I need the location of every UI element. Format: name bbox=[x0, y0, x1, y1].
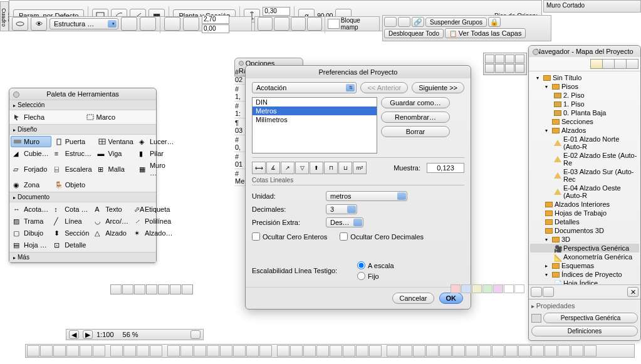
window-tool[interactable]: Ventana bbox=[95, 136, 136, 147]
toolbar-icon[interactable] bbox=[110, 345, 123, 356]
dim-level-icon[interactable]: ▽ bbox=[295, 162, 309, 174]
lock-icon[interactable]: 🔒 bbox=[488, 17, 501, 27]
roof-tool[interactable]: ◢Cubie… bbox=[11, 148, 51, 159]
arrow-tool[interactable]: Flecha bbox=[11, 112, 83, 123]
unit-dropdown[interactable]: metros bbox=[326, 191, 407, 201]
tree-item[interactable]: 1. Piso bbox=[530, 100, 639, 108]
toolbar-icon[interactable] bbox=[330, 345, 342, 356]
wall-end2-icon[interactable] bbox=[274, 17, 289, 31]
tree-sections[interactable]: Secciones bbox=[530, 117, 639, 126]
dim-window-icon[interactable]: ⊔ bbox=[338, 162, 352, 174]
project-map-tab[interactable] bbox=[590, 59, 603, 69]
structure-dropdown[interactable]: Estructura …▾ bbox=[50, 18, 118, 29]
tree-item[interactable]: Detalles bbox=[530, 217, 639, 226]
section-design[interactable]: Diseño bbox=[9, 124, 156, 135]
toolbar-icon[interactable] bbox=[452, 345, 465, 356]
publisher-tab[interactable] bbox=[626, 59, 638, 69]
ok-button[interactable]: OK bbox=[439, 293, 464, 304]
worksheet-tool[interactable]: ▤Hoja … bbox=[11, 239, 51, 251]
zone-tool[interactable]: ◉Zona bbox=[11, 179, 51, 190]
object-tool[interactable]: 🪑Objeto bbox=[52, 179, 95, 190]
tree-item[interactable]: Hojas de Trabajo bbox=[530, 209, 639, 217]
tree-item[interactable]: 📄Hoja Índice bbox=[530, 279, 639, 284]
project-tree[interactable]: ▾Sin Título ▾Pisos 2. Piso 1. Piso 0. Pl… bbox=[529, 71, 640, 284]
toolbar-icon[interactable] bbox=[466, 345, 478, 356]
toolbar-icon[interactable] bbox=[369, 345, 382, 356]
toolbar-icon[interactable] bbox=[571, 345, 583, 356]
layers-icon[interactable] bbox=[384, 17, 397, 27]
tree-floors[interactable]: ▾Pisos bbox=[530, 82, 639, 91]
toolbar-icon[interactable] bbox=[426, 345, 439, 356]
tree-item[interactable]: 2. Piso bbox=[530, 91, 639, 100]
profile2-icon[interactable] bbox=[140, 17, 156, 31]
height-bottom-input[interactable] bbox=[202, 24, 229, 33]
view-icon[interactable] bbox=[110, 284, 122, 294]
wall-tool[interactable]: Muro bbox=[11, 136, 51, 147]
toolbar-icon[interactable] bbox=[584, 345, 597, 356]
list-item[interactable]: DIN bbox=[253, 98, 377, 107]
toolbar-icon[interactable] bbox=[123, 345, 136, 356]
toolbar-icon[interactable] bbox=[413, 345, 425, 356]
ref-icon[interactable] bbox=[164, 17, 180, 31]
list-item[interactable]: Milímetros bbox=[253, 115, 377, 124]
attr-icon[interactable] bbox=[495, 55, 504, 63]
nav-action-icon[interactable] bbox=[543, 287, 554, 297]
link-icon[interactable]: 🔗 bbox=[412, 17, 424, 27]
attr-icon[interactable] bbox=[515, 64, 524, 73]
view-icon[interactable] bbox=[182, 284, 193, 294]
fixed-radio[interactable]: Fijo bbox=[357, 272, 394, 280]
tree-item[interactable]: E-02 Alzado Este (Auto-Re bbox=[530, 151, 639, 167]
view-icon[interactable] bbox=[134, 284, 145, 294]
wall-end3-icon[interactable] bbox=[291, 17, 306, 31]
mesh-tool[interactable]: ⊞Malla bbox=[95, 160, 136, 179]
delete-button[interactable]: Borrar bbox=[381, 126, 450, 137]
beam-tool[interactable]: ▬Viga bbox=[95, 148, 136, 159]
toolbar-icon[interactable] bbox=[439, 345, 452, 356]
toolbar-icon[interactable] bbox=[387, 345, 399, 356]
tree-item[interactable]: E-01 Alzado Norte (Auto-R bbox=[530, 135, 639, 151]
toolbar-icon[interactable] bbox=[180, 345, 193, 356]
tree-item-perspective[interactable]: 🎥Perspectiva Genérica bbox=[530, 244, 639, 252]
suspend-groups-button[interactable]: Suspender Grupos bbox=[425, 18, 487, 27]
save-as-button[interactable]: Guardar como… bbox=[381, 97, 450, 108]
toolbar-icon[interactable] bbox=[531, 345, 544, 356]
dim-elev-icon[interactable]: ⬆ bbox=[310, 162, 323, 174]
dim-area-icon[interactable]: m² bbox=[353, 162, 367, 174]
toolbar-icon[interactable] bbox=[479, 345, 491, 356]
section-selection[interactable]: Selección bbox=[9, 100, 156, 110]
dimension-tool[interactable]: ↔Acota… bbox=[11, 204, 51, 215]
view-icon[interactable] bbox=[122, 284, 133, 294]
profile-icon[interactable] bbox=[121, 17, 137, 31]
toolbar-icon[interactable] bbox=[27, 345, 39, 356]
nav-icon[interactable]: ◀ bbox=[69, 330, 79, 339]
label-tool[interactable]: ⬀AEtiqueta bbox=[132, 204, 175, 215]
layers2-icon[interactable] bbox=[398, 17, 410, 27]
toolbar-icon[interactable] bbox=[492, 345, 504, 356]
close-icon[interactable] bbox=[533, 49, 539, 55]
previous-button[interactable]: << Anterior bbox=[360, 82, 408, 93]
nav-icon[interactable]: ▶ bbox=[83, 330, 93, 339]
toolbar-icon[interactable] bbox=[356, 345, 368, 356]
door-tool[interactable]: Puerta bbox=[52, 136, 95, 147]
tree-indices[interactable]: ▾Índices de Proyecto bbox=[530, 270, 639, 279]
marquee-tool[interactable]: Marco bbox=[83, 112, 155, 123]
dim-linear-icon[interactable]: ⟷ bbox=[252, 162, 266, 174]
arc-tool[interactable]: ◡Arco/… bbox=[92, 216, 131, 227]
tree-item[interactable]: ▸Esquemas bbox=[530, 261, 639, 270]
fill-tool[interactable]: ▨Trama bbox=[11, 216, 51, 227]
render-icon[interactable] bbox=[461, 284, 471, 293]
wall-end-icon[interactable] bbox=[258, 17, 273, 31]
toolbar-icon[interactable] bbox=[207, 345, 219, 356]
list-item[interactable]: Metros bbox=[253, 107, 377, 115]
hide-zero-dec-checkbox[interactable]: Ocultar Cero Decimales bbox=[340, 232, 424, 241]
section-tool[interactable]: ⬍Sección bbox=[51, 227, 91, 239]
view-map-tab[interactable] bbox=[602, 59, 615, 69]
tree-item[interactable]: Documentos 3D bbox=[530, 226, 639, 235]
skylight-tool[interactable]: ◈Lucer… bbox=[137, 136, 177, 147]
dim-angular-icon[interactable]: ∡ bbox=[266, 162, 280, 174]
view-icon[interactable] bbox=[146, 284, 157, 294]
toolbar-icon[interactable] bbox=[518, 345, 531, 356]
toolbar-icon[interactable] bbox=[277, 345, 289, 356]
toolbar-icon[interactable] bbox=[194, 345, 206, 356]
zoom-display[interactable]: 56 % bbox=[123, 331, 138, 338]
